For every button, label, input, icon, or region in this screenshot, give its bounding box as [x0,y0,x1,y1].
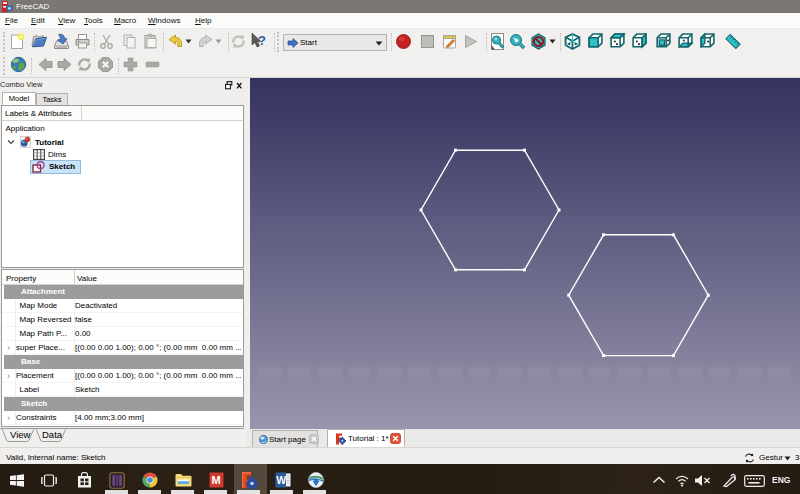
svg-text:M: M [212,474,221,486]
svg-text:Data: Data [42,429,63,440]
svg-text:View: View [10,429,31,440]
svg-text:W: W [276,474,286,486]
svg-text:?: ? [258,33,266,48]
